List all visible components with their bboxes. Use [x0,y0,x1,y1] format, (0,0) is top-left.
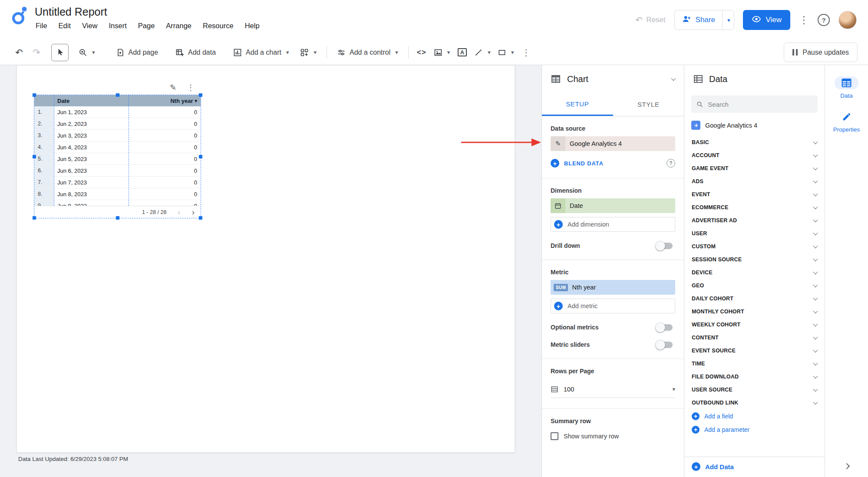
menu-insert[interactable]: Insert [103,20,132,33]
field-category-daily-cohort[interactable]: DAILY COHORT [684,292,825,305]
field-category-basic[interactable]: BASIC [684,136,825,149]
rail-properties-button[interactable]: Properties [833,110,860,133]
chart-options-kebab-icon[interactable]: ⋮ [187,83,195,92]
resize-handle-ne[interactable] [199,93,202,97]
field-category-user[interactable]: USER [684,227,825,240]
menu-view[interactable]: View [76,20,103,33]
redo-button[interactable]: ↷ [28,44,45,61]
more-options-kebab-icon[interactable]: ⋮ [799,15,809,25]
dimension-chip-date[interactable]: Date [551,198,675,213]
show-summary-row-checkbox[interactable] [551,432,558,440]
data-source-item[interactable]: Google Analytics 4 [684,118,825,136]
select-tool-button[interactable] [51,44,69,61]
add-a-field-button[interactable]: + Add a field [684,409,825,423]
line-tool-button[interactable]: ▾ [471,43,494,62]
resize-handle-n[interactable] [116,93,119,97]
resize-handle-sw[interactable] [33,216,36,220]
add-control-button[interactable]: Add a control ▾ [331,43,404,62]
menu-arrange[interactable]: Arrange [160,20,197,33]
field-category-advertiser-ad[interactable]: ADVERTISER AD [684,214,825,227]
metric-chip-nth-year[interactable]: SUM Nth year [551,280,675,295]
share-button[interactable]: Share ▾ [674,10,735,30]
share-dropdown-toggle[interactable]: ▾ [722,10,734,30]
rows-per-page-select[interactable]: 100 ▾ [551,381,675,398]
resize-handle-nw[interactable] [33,93,36,97]
menu-resource[interactable]: Resource [197,20,239,33]
menu-file[interactable]: File [35,20,53,33]
field-category-file-download[interactable]: FILE DOWNLOAD [684,370,825,383]
chevron-down-icon[interactable] [671,76,676,81]
add-page-label: Add page [129,49,158,56]
field-search-input[interactable] [708,101,812,108]
tab-style[interactable]: STYLE [613,93,684,116]
resize-handle-w[interactable] [33,155,36,158]
canvas[interactable]: ✎ ⋮ Date Nth year ▾ 1. [0,65,541,477]
undo-button[interactable]: ↶ [10,44,28,61]
field-search-box[interactable] [691,95,818,113]
field-category-account[interactable]: ACCOUNT [684,149,825,162]
text-tool-button[interactable]: A [453,44,471,61]
metric-column-header[interactable]: Nth year ▾ [129,95,201,106]
field-category-custom[interactable]: CUSTOM [684,240,825,253]
field-category-monthly-cohort[interactable]: MONTHLY COHORT [684,305,825,318]
report-title[interactable]: Untitled Report [35,5,265,18]
blend-data-link[interactable]: BLEND DATA [564,160,604,167]
shape-tool-button[interactable]: ▾ [494,43,518,62]
chart-properties-header[interactable]: Chart [542,65,684,93]
field-category-session-source[interactable]: SESSION SOURCE [684,253,825,266]
field-category-event[interactable]: EVENT [684,188,825,201]
report-page[interactable]: ✎ ⋮ Date Nth year ▾ 1. [17,65,515,453]
field-category-ads[interactable]: ADS [684,175,825,188]
field-category-device[interactable]: DEVICE [684,266,825,279]
edit-data-source-pencil-icon[interactable]: ✎ [551,136,565,151]
add-data-bottom-button[interactable]: + Add Data [684,457,825,477]
add-data-button[interactable]: Add data [170,43,221,62]
blend-help-icon[interactable]: ? [667,159,675,168]
field-category-ecommerce[interactable]: ECOMMERCE [684,201,825,214]
help-icon[interactable]: ? [818,14,830,26]
add-page-button[interactable]: Add page [110,43,164,62]
embed-url-button[interactable]: <> [413,44,430,61]
add-dimension-button[interactable]: + Add dimension [551,217,675,232]
field-category-weekly-cohort[interactable]: WEEKLY COHORT [684,318,825,331]
view-button[interactable]: View [743,10,790,30]
field-category-time[interactable]: TIME [684,357,825,370]
menu-edit[interactable]: Edit [53,20,76,33]
table-chart[interactable]: Date Nth year ▾ 1. Jun 1, 2023 0 [34,95,201,218]
field-category-outbound-link[interactable]: OUTBOUND LINK [684,396,825,409]
resize-handle-s[interactable] [116,216,119,220]
field-category-user-source[interactable]: USER SOURCE [684,383,825,396]
pagination-next-icon[interactable]: › [192,208,195,216]
share-button-main[interactable]: Share [675,14,722,26]
field-category-content[interactable]: CONTENT [684,331,825,344]
collapse-panel-button[interactable] [845,462,849,470]
add-chart-button[interactable]: Add a chart ▾ [228,43,294,62]
resize-handle-e[interactable] [199,155,202,158]
rail-data-button[interactable]: Data [835,76,858,99]
tab-setup[interactable]: SETUP [542,93,613,116]
reset-button[interactable]: ↶ Reset [635,15,665,25]
field-category-game-event[interactable]: GAME EVENT [684,162,825,175]
toolbar-overflow-kebab-icon[interactable]: ⋮ [517,44,535,61]
edit-chart-pencil-icon[interactable]: ✎ [170,83,176,92]
add-metric-button[interactable]: + Add metric [551,299,675,313]
data-source-chip[interactable]: ✎ Google Analytics 4 [551,136,675,151]
menu-help[interactable]: Help [239,20,265,33]
field-category-event-source[interactable]: EVENT SOURCE [684,344,825,357]
optional-metrics-toggle[interactable] [657,324,673,331]
pause-updates-button[interactable]: Pause updates [784,43,858,62]
community-visualizations-button[interactable]: ▾ [294,43,322,62]
insert-image-button[interactable]: ▾ [430,43,454,62]
metric-sliders-toggle[interactable] [657,342,673,348]
resize-handle-se[interactable] [199,216,202,220]
sum-aggregation-badge[interactable]: SUM [554,284,568,291]
menu-page[interactable]: Page [132,20,161,33]
field-category-geo[interactable]: GEO [684,279,825,292]
add-a-parameter-button[interactable]: + Add a parameter [684,423,825,436]
zoom-tool-button[interactable]: ▾ [73,43,101,62]
user-avatar[interactable] [838,11,857,29]
chevron-down-icon: ▾ [727,17,730,23]
pagination-prev-icon[interactable]: ‹ [178,208,180,216]
drill-down-toggle[interactable] [657,243,673,249]
looker-studio-logo-icon[interactable] [10,5,30,40]
